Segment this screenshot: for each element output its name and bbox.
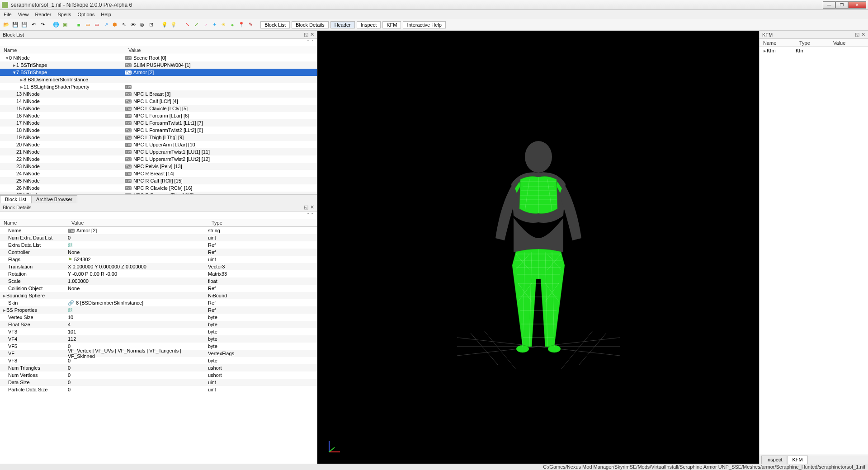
cube-icon[interactable]: ⬢: [111, 21, 118, 28]
col-value[interactable]: Value: [125, 47, 141, 53]
close-kfm-icon[interactable]: ✕: [861, 32, 865, 38]
axis2-icon[interactable]: ⤢: [193, 21, 200, 28]
col-name[interactable]: Name: [0, 47, 125, 53]
eye-icon[interactable]: 👁: [129, 21, 137, 28]
detail-row[interactable]: ▸BS Properties⛓ Ref: [0, 306, 317, 314]
detail-row[interactable]: Vertex Size 10byte: [0, 314, 317, 321]
close-button[interactable]: ✕: [848, 1, 866, 9]
detail-row[interactable]: Rotation Y -0.00 P 0.00 R -0.00Matrix33: [0, 270, 317, 277]
saveas-icon[interactable]: 💾: [21, 21, 28, 28]
panel-blockdetails-button[interactable]: Block Details: [292, 21, 329, 28]
menu-file[interactable]: File: [4, 12, 12, 17]
menu-render[interactable]: Render: [35, 12, 51, 17]
detail-row[interactable]: Collision Object NoneRef: [0, 285, 317, 292]
tree-row[interactable]: 23 NiNodeTxtNPC Pelvis [Pelv] [13]: [0, 163, 317, 170]
col-value2[interactable]: Value: [68, 220, 208, 226]
col-name2[interactable]: Name: [0, 220, 68, 226]
pin-icon[interactable]: 📍: [238, 21, 245, 28]
app-icon2[interactable]: ▣: [61, 21, 69, 28]
menu-help[interactable]: Help: [101, 12, 111, 17]
tree-row[interactable]: ▸1 BSTriShapeTxtSLIM PUSHUPNW004 [1]: [0, 61, 317, 69]
blocklist-tree[interactable]: ▾0 NiNodeTxtScene Root [0]▸1 BSTriShapeT…: [0, 54, 317, 194]
blue-arrow-icon[interactable]: ↗: [102, 21, 109, 28]
menu-spells[interactable]: Spells: [57, 12, 71, 17]
tree-row[interactable]: 26 NiNodeTxtNPC R Clavicle [RClv] [16]: [0, 184, 317, 192]
axis3-icon[interactable]: ⟋: [202, 21, 209, 28]
expand-all-icon[interactable]: ˆ: [311, 40, 313, 45]
tab-blocklist[interactable]: Block List: [0, 195, 31, 203]
axis1-icon[interactable]: ⤡: [184, 21, 191, 28]
detail-row[interactable]: Controller NoneRef: [0, 249, 317, 256]
panel-header-button[interactable]: Header: [330, 21, 355, 28]
detail-row[interactable]: Float Size 4byte: [0, 321, 317, 328]
target-icon[interactable]: ◎: [138, 21, 146, 28]
tree-row[interactable]: 19 NiNodeTxtNPC L Thigh [LThg] [9]: [0, 134, 317, 141]
detail-row[interactable]: ▸Bounding Sphere NiBound: [0, 292, 317, 299]
tree-row[interactable]: ▸11 BSLightingShaderPropertyTxt: [0, 83, 317, 90]
detail-row[interactable]: Data Size 0uint: [0, 379, 317, 386]
bulb2-icon[interactable]: 💡: [170, 21, 177, 28]
close-panel-icon[interactable]: ✕: [310, 32, 314, 38]
kfm-col-name[interactable]: Name: [760, 40, 796, 46]
undock-kfm-icon[interactable]: ◱: [855, 32, 859, 38]
panel-inspect-button[interactable]: Inspect: [357, 21, 381, 28]
tree-row[interactable]: ▸8 BSDismemberSkinInstance: [0, 76, 317, 83]
tree-row[interactable]: ▾0 NiNodeTxtScene Root [0]: [0, 54, 317, 61]
pointer-icon[interactable]: ↖: [120, 21, 127, 28]
tree-row[interactable]: 16 NiNodeTxtNPC L Forearm [LLar] [6]: [0, 112, 317, 119]
tab-archive[interactable]: Archive Browser: [31, 195, 77, 203]
kfm-tree[interactable]: ▸Kfm Kfm: [760, 47, 868, 455]
col-type[interactable]: Type: [208, 220, 222, 226]
detail-row[interactable]: Extra Data List⛓ Ref: [0, 241, 317, 249]
world-icon[interactable]: 🌐: [52, 21, 60, 28]
detail-row[interactable]: NameTxt Armor [2]string: [0, 227, 317, 234]
circle-icon[interactable]: ●: [229, 21, 236, 28]
tree-row[interactable]: 18 NiNodeTxtNPC L ForearmTwist2 [LLt2] […: [0, 127, 317, 134]
red-box-icon[interactable]: ▭: [93, 21, 100, 28]
tree-row[interactable]: 21 NiNodeTxtNPC L UpperarmTwist1 [LUt1] …: [0, 148, 317, 155]
tree-row[interactable]: 13 NiNodeTxtNPC L Breast [3]: [0, 90, 317, 98]
chevron-right-icon[interactable]: ▸: [763, 48, 767, 54]
tree-row[interactable]: 20 NiNodeTxtNPC L UpperArm [LUar] [10]: [0, 141, 317, 148]
undo-icon[interactable]: ↶: [30, 21, 37, 28]
bulb-icon[interactable]: 💡: [161, 21, 168, 28]
tree-row[interactable]: 17 NiNodeTxtNPC L ForearmTwist1 [LLt1] […: [0, 119, 317, 127]
close-details-icon[interactable]: ✕: [310, 204, 314, 210]
detail-row[interactable]: Particle Data Size 0uint: [0, 386, 317, 393]
minimize-button[interactable]: —: [823, 1, 835, 9]
undock-details-icon[interactable]: ◱: [304, 204, 308, 210]
detail-row[interactable]: Translation X 0.000000 Y 0.000000 Z 0.00…: [0, 263, 317, 270]
tree-row[interactable]: 25 NiNodeTxtNPC R Calf [RClf] [15]: [0, 177, 317, 184]
panel-blocklist-button[interactable]: Block List: [260, 21, 290, 28]
sun-icon[interactable]: ☀: [220, 21, 227, 28]
bounds-icon[interactable]: ⊡: [147, 21, 155, 28]
detail-row[interactable]: Num Triangles 0ushort: [0, 364, 317, 371]
detail-row[interactable]: Num Extra Data List 0uint: [0, 234, 317, 241]
kfm-col-type[interactable]: Type: [796, 40, 830, 46]
collapse-details-icon[interactable]: ˇ: [307, 212, 309, 218]
open-icon[interactable]: 📂: [3, 21, 10, 28]
tree-row[interactable]: 14 NiNodeTxtNPC L Calf [LClf] [4]: [0, 98, 317, 105]
maximize-button[interactable]: ❐: [835, 1, 848, 9]
tree-row[interactable]: ▾7 BSTriShapeTxtArmor [2]: [0, 69, 317, 76]
paint-icon[interactable]: ✎: [247, 21, 254, 28]
orange-box-icon[interactable]: ▭: [84, 21, 91, 28]
detail-row[interactable]: Flags⚑ 524302uint: [0, 256, 317, 263]
kfm-col-value[interactable]: Value: [830, 40, 845, 46]
kfm-row[interactable]: ▸Kfm Kfm: [760, 47, 868, 54]
detail-row[interactable]: VF VF_Vertex | VF_UVs | VF_Normals | VF_…: [0, 350, 317, 357]
tab-inspect[interactable]: Inspect: [761, 456, 787, 464]
undock-icon[interactable]: ◱: [304, 32, 308, 38]
save-icon[interactable]: 💾: [12, 21, 19, 28]
collapse-all-icon[interactable]: ˇ: [307, 40, 309, 45]
tree-row[interactable]: 22 NiNodeTxtNPC L UpperarmTwist2 [LUt2] …: [0, 155, 317, 163]
tree-row[interactable]: 15 NiNodeTxtNPC L Clavicle [LClv] [5]: [0, 105, 317, 112]
menu-view[interactable]: View: [18, 12, 29, 17]
green-box-icon[interactable]: ■: [75, 21, 82, 28]
menu-options[interactable]: Options: [77, 12, 94, 17]
expand-details-icon[interactable]: ˆ: [311, 212, 313, 218]
detail-row[interactable]: VF8 0byte: [0, 357, 317, 364]
detail-row[interactable]: Skin🔗 8 [BSDismemberSkinInstance]Ref: [0, 299, 317, 306]
panel-help-button[interactable]: Interactive Help: [403, 21, 445, 28]
detail-row[interactable]: VF4 112byte: [0, 335, 317, 343]
